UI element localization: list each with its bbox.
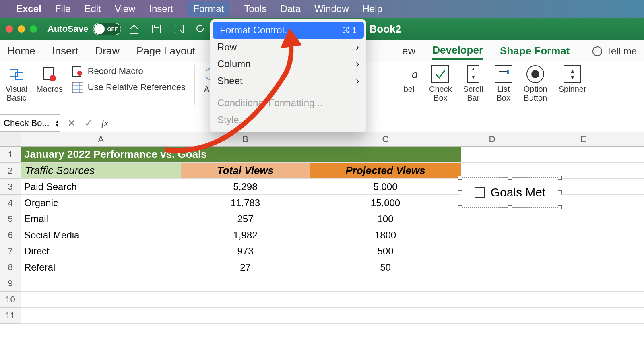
- namebox-stepper[interactable]: ▴▾: [56, 119, 58, 127]
- tab-page-layout[interactable]: Page Layout: [136, 43, 195, 59]
- cell[interactable]: 257: [181, 211, 310, 227]
- menuitem-row[interactable]: Row ›: [210, 39, 366, 56]
- row-header[interactable]: 6: [0, 227, 21, 243]
- row-header[interactable]: 1: [0, 147, 21, 163]
- save-icon[interactable]: [151, 23, 162, 35]
- cell[interactable]: [461, 259, 523, 275]
- cell[interactable]: Direct: [21, 243, 181, 259]
- resize-handle[interactable]: [508, 205, 512, 209]
- listbox-control[interactable]: List Box: [495, 65, 512, 102]
- row-header[interactable]: 2: [0, 163, 21, 179]
- cell[interactable]: [310, 292, 461, 308]
- cancel-formula-icon[interactable]: ✕: [68, 118, 76, 129]
- row-header[interactable]: 4: [0, 195, 21, 211]
- zoom-window-button[interactable]: [30, 25, 37, 33]
- menu-edit[interactable]: Edit: [84, 3, 101, 14]
- cell[interactable]: [461, 243, 523, 259]
- menu-data[interactable]: Data: [280, 3, 301, 14]
- checkbox-form-control[interactable]: Goals Met: [460, 177, 560, 208]
- cell[interactable]: 11,783: [181, 195, 310, 211]
- menu-file[interactable]: File: [55, 3, 71, 14]
- cell[interactable]: 15,000: [310, 195, 461, 211]
- select-all-cell[interactable]: [0, 132, 21, 146]
- label-control-trunc[interactable]: a bel: [400, 65, 418, 93]
- col-header-B[interactable]: B: [181, 132, 310, 146]
- accept-formula-icon[interactable]: ✓: [85, 118, 93, 129]
- cell[interactable]: [523, 275, 644, 292]
- save-as-icon[interactable]: [173, 23, 185, 35]
- fx-icon[interactable]: fx: [101, 118, 108, 128]
- cell[interactable]: [523, 227, 644, 243]
- cell[interactable]: [523, 211, 644, 227]
- cell[interactable]: [461, 211, 523, 227]
- cell[interactable]: [523, 308, 644, 324]
- cell[interactable]: [523, 163, 644, 179]
- col-header-A[interactable]: A: [21, 132, 181, 146]
- resize-handle[interactable]: [458, 205, 462, 209]
- checkbox-control[interactable]: Check Box: [429, 65, 452, 102]
- menuitem-column[interactable]: Column ›: [210, 56, 366, 72]
- cell[interactable]: 50: [310, 259, 461, 275]
- cell[interactable]: [461, 292, 523, 308]
- cell[interactable]: [21, 292, 181, 308]
- cell[interactable]: [181, 275, 310, 292]
- menu-app[interactable]: Excel: [16, 3, 41, 14]
- col-header-E[interactable]: E: [523, 132, 644, 146]
- cell[interactable]: [461, 163, 523, 179]
- tab-draw[interactable]: Draw: [95, 43, 120, 59]
- autosave-toggle[interactable]: AutoSave OFF: [47, 23, 121, 35]
- visual-basic-button[interactable]: Visual Basic: [6, 65, 27, 102]
- spinner-control[interactable]: ▲▼ Spinner: [559, 65, 586, 93]
- home-icon[interactable]: [128, 23, 140, 35]
- scrollbar-control[interactable]: ▲ ▼ Scroll Bar: [463, 65, 483, 102]
- cell[interactable]: [523, 147, 644, 163]
- cell[interactable]: 27: [181, 259, 310, 275]
- minimize-window-button[interactable]: [18, 25, 25, 33]
- cell[interactable]: [21, 275, 181, 292]
- cell[interactable]: [523, 243, 644, 259]
- cell[interactable]: [461, 227, 523, 243]
- menu-insert[interactable]: Insert: [149, 3, 173, 14]
- tell-me[interactable]: Tell me: [592, 46, 637, 57]
- cell[interactable]: Total Views: [181, 163, 310, 179]
- cell[interactable]: 973: [181, 243, 310, 259]
- tab-developer[interactable]: Developer: [432, 42, 483, 60]
- cell[interactable]: Projected Views: [310, 163, 461, 179]
- row-header[interactable]: 3: [0, 179, 21, 195]
- menu-format[interactable]: Format: [187, 1, 230, 17]
- menu-help[interactable]: Help: [362, 3, 382, 14]
- cell[interactable]: [21, 308, 181, 324]
- tab-shape-format[interactable]: Shape Format: [500, 43, 570, 59]
- row-header[interactable]: 8: [0, 259, 21, 275]
- cell[interactable]: [461, 147, 523, 163]
- resize-handle[interactable]: [558, 176, 562, 180]
- cell[interactable]: [181, 308, 310, 324]
- cell[interactable]: Referal: [21, 259, 181, 275]
- cell[interactable]: 1,982: [181, 227, 310, 243]
- resize-handle[interactable]: [558, 190, 562, 194]
- cell[interactable]: January 2022 Performance vs. Goals: [21, 147, 461, 163]
- row-header[interactable]: 7: [0, 243, 21, 259]
- menu-window[interactable]: Window: [314, 3, 349, 14]
- close-window-button[interactable]: [6, 25, 13, 33]
- resize-handle[interactable]: [558, 205, 562, 209]
- resize-handle[interactable]: [458, 190, 462, 194]
- menu-view[interactable]: View: [115, 3, 136, 14]
- cell[interactable]: [523, 259, 644, 275]
- resize-handle[interactable]: [458, 176, 462, 180]
- row-header[interactable]: 10: [0, 292, 21, 308]
- col-header-C[interactable]: C: [310, 132, 461, 146]
- menu-tools[interactable]: Tools: [244, 3, 266, 14]
- menuitem-sheet[interactable]: Sheet ›: [210, 72, 366, 89]
- option-button-control[interactable]: Option Button: [524, 65, 547, 102]
- row-header[interactable]: 11: [0, 308, 21, 324]
- tab-insert[interactable]: Insert: [52, 43, 78, 59]
- cell[interactable]: [181, 292, 310, 308]
- cell[interactable]: Organic: [21, 195, 181, 211]
- name-box[interactable]: Check Bo... ▴▾: [0, 114, 60, 132]
- cell[interactable]: 1800: [310, 227, 461, 243]
- cell[interactable]: Paid Search: [21, 179, 181, 195]
- cell[interactable]: [461, 275, 523, 292]
- menuitem-format-control[interactable]: Format Control... ⌘ 1: [213, 22, 364, 39]
- cell[interactable]: Social Media: [21, 227, 181, 243]
